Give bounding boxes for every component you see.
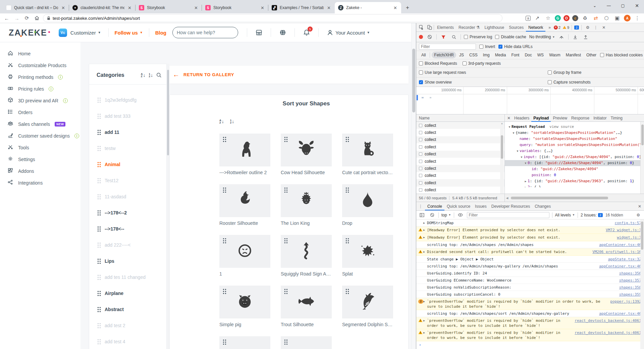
drag-handle-icon[interactable] [284,238,288,244]
network-search-icon[interactable] [450,34,458,40]
info-icon[interactable]: i [74,134,79,138]
sidebar-item-printing-methods[interactable]: Printing methodsi [0,71,80,83]
console-source-link[interactable]: shapes:359 [619,292,641,297]
expand-icon[interactable]: ▶ [423,235,427,240]
request-row[interactable]: collect [416,172,504,179]
follow-us-dropdown[interactable]: Follow us▼ [115,30,143,36]
drag-handle-icon[interactable] [97,323,101,329]
help-search[interactable] [172,27,238,38]
drag-handle-icon[interactable] [97,162,101,167]
grammarly-extension-icon[interactable]: G [555,15,561,21]
drawer-menu-icon[interactable]: ⋮ [417,203,424,210]
drag-handle-icon[interactable] [284,187,288,193]
console-source-link[interactable]: appContainer.tsx:46 [599,264,641,269]
shape-tile[interactable] [281,184,332,217]
console-message[interactable]: UserGuiding.identify ID: 24shapes:356 [416,270,644,277]
invert-checkbox[interactable]: Invert [479,44,495,49]
notifications-bell-icon[interactable]: 5 [303,29,310,36]
console-tab-quick-source[interactable]: Quick source [444,202,473,210]
console-source-link[interactable]: appState.tsx:32 [608,257,641,262]
reload-icon[interactable]: ⟳ [23,14,31,22]
requests-scrollbar[interactable]: ▲ [500,122,504,194]
capture-screenshots-checkbox[interactable]: Capture screenshots [548,80,591,85]
home-icon[interactable] [33,14,41,22]
console-message[interactable]: ▶[Headway Error] Element provided by sel… [416,234,644,241]
filter-chip-ws[interactable]: WS [535,52,546,58]
category-item[interactable]: add test 333 [89,108,166,124]
store-icon[interactable] [255,29,263,36]
filter-funnel-icon[interactable] [440,34,447,40]
tab-close-icon[interactable]: ✕ [194,5,199,10]
sidebar-item-3d-preview-and-ar[interactable]: 3D preview and ARi [0,95,80,106]
use-large-request-rows-checkbox[interactable]: Use large request rows [419,70,466,75]
live-expression-eye-icon[interactable] [457,212,464,218]
drag-handle-icon[interactable] [97,146,101,151]
payload-line[interactable]: ▼{name: "sortableShapesShapesPositionMut… [505,130,644,136]
devtools-tab-elements[interactable]: Elements [435,23,456,32]
drag-handle-icon[interactable] [223,137,226,142]
return-to-gallery-link[interactable]: RETURN TO GALLERY [183,72,234,77]
payload-line[interactable]: ▼input: [{id: "guid://Zakeke/Shape/4094"… [505,154,644,160]
language-globe-icon[interactable] [279,29,286,36]
shape-tile[interactable] [281,286,332,318]
devtools-tab-lighthouse[interactable]: Lighthouse [482,23,506,32]
drag-handle-icon[interactable] [345,289,349,294]
device-toolbar-icon[interactable] [426,24,433,31]
console-message[interactable]: 2▶`preventOverflow` modifier is required… [416,298,644,310]
payload-line[interactable]: name: "sortableShapesShapesPositionMutat… [505,136,644,142]
console-tab-developer-resources[interactable]: Developer Resources [489,202,532,210]
filter-chip-all[interactable]: All [419,52,428,58]
filter-chip-wasm[interactable]: Wasm [547,52,563,58]
hide-data-urls-checkbox[interactable]: ✓Hide data URLs [498,44,533,49]
tab-close-icon[interactable]: ✕ [61,5,66,10]
console-filter-input[interactable] [467,212,549,218]
drag-handle-icon[interactable] [97,178,101,184]
console-context-dropdown[interactable]: top▼ [441,213,451,217]
category-item[interactable]: Test12 [89,172,166,189]
profile-avatar[interactable]: A [624,15,631,21]
blocker-extension-icon[interactable]: O [564,15,570,21]
shape-tile[interactable] [281,134,332,166]
recycle-extension-icon[interactable]: ♻ [581,14,589,22]
console-message[interactable]: State change ▶ Object ▶ ObjectappState.t… [416,256,644,263]
help-search-input[interactable] [177,30,237,35]
shapes-sort-numeric-icon[interactable]: 12↓ [230,119,234,124]
drag-handle-icon[interactable] [345,137,349,142]
request-row[interactable]: collect [416,179,504,186]
category-item[interactable]: add 222----< [89,237,166,253]
console-source-link[interactable]: appContainer.tsx:46 [599,242,641,247]
drag-handle-icon[interactable] [345,187,349,193]
request-row[interactable]: collect [416,122,504,129]
shape-tile[interactable] [342,235,393,268]
drag-handle-icon[interactable] [97,97,101,103]
request-row[interactable]: collect [416,165,504,172]
request-row[interactable]: collect [416,136,504,143]
import-har-icon[interactable] [572,34,579,40]
sidebar-item-addons[interactable]: Addons [0,165,80,177]
group-by-frame-checkbox[interactable]: Group by frame [548,70,581,75]
detail-tab-response[interactable]: Response [569,114,591,122]
detail-tab-preview[interactable]: Preview [551,114,569,122]
devtools-tab-sources[interactable]: Sources [506,23,526,32]
payload-line[interactable]: ▼variables: {,…} [505,148,644,154]
export-har-icon[interactable] [582,34,589,40]
shape-tile[interactable] [219,134,270,166]
browser-tab[interactable]: Quick start - dnd kit – Document✕ [3,2,69,13]
console-message[interactable]: ▶`preventOverflow` modifier is required … [416,329,644,341]
devtools-close-icon[interactable]: ✕ [600,24,607,31]
request-row[interactable]: collect [416,151,504,158]
account-dropdown[interactable]: Your Account▼ [327,29,370,36]
browser-tab[interactable]: ●clauderic/dnd-kit: The modern, li✕ [69,2,136,13]
network-filter-input[interactable] [419,44,476,50]
bug-extension-icon[interactable]: c [572,15,578,21]
drag-handle-icon[interactable] [97,258,101,264]
console-message[interactable]: ▶DOMStringMapconfig.ts:57 [416,219,644,227]
hidden-messages-label[interactable]: 16 hidden [605,213,623,217]
bookmark-star-icon[interactable]: ☆ [544,14,552,22]
detail-tab-initiator[interactable]: Initiator [591,114,608,122]
console-source-link[interactable]: popper.js:1392 [610,299,641,304]
drag-handle-icon[interactable] [223,238,226,244]
console-source-link[interactable]: shapes:356 [619,271,641,276]
category-item[interactable]: testw [89,140,166,156]
tab-close-icon[interactable]: ✕ [326,5,331,10]
